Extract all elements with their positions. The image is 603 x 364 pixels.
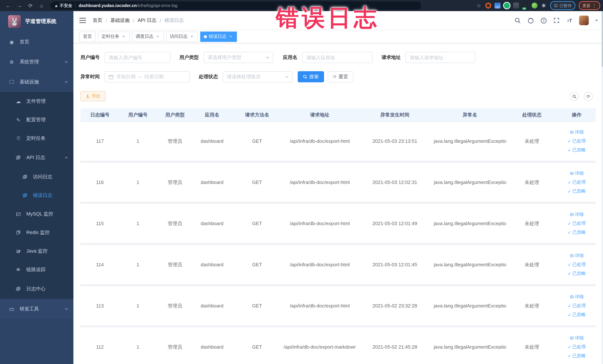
search-icon[interactable] — [514, 17, 521, 24]
paused-extension-chip[interactable]: 😊 已暂停 — [550, 1, 575, 10]
grid-extension-icon[interactable] — [513, 3, 519, 9]
user-id-input[interactable] — [104, 52, 171, 63]
avatar-caret-icon[interactable] — [595, 20, 598, 21]
process-status-select[interactable]: 请选择处理状态 — [223, 71, 292, 82]
detail-link[interactable]: 详细 — [570, 253, 584, 259]
help-icon[interactable]: ? — [540, 17, 547, 24]
cell-app: dashboard — [194, 262, 231, 267]
reset-button[interactable]: ⟳ 重置 — [328, 71, 353, 82]
browser-menu-icon[interactable]: ⋮ — [592, 3, 596, 8]
forward-icon[interactable]: → — [16, 3, 22, 9]
back-icon[interactable]: ← — [5, 3, 11, 9]
sidebar-item-config-manage[interactable]: ✎ 配置管理 — [0, 110, 73, 129]
app-name-input[interactable] — [302, 52, 372, 63]
sidebar-item-dev-tools[interactable]: 🗃 研发工具 — [0, 299, 73, 319]
sidebar-item-redis-monitor[interactable]: 🗇 Redis 监控 — [0, 223, 73, 242]
ignored-link[interactable]: ✓已忽略 — [568, 312, 586, 318]
processed-link[interactable]: ✓已处理 — [568, 179, 586, 186]
error-time-label: 异常时间 — [81, 73, 100, 80]
processed-link[interactable]: ✓已处理 — [568, 138, 586, 144]
search-button[interactable]: 搜索 — [298, 71, 324, 82]
close-tab-icon[interactable]: × — [189, 34, 194, 39]
processed-link[interactable]: ✓已处理 — [568, 303, 586, 309]
show-search-toggle-button[interactable] — [570, 92, 579, 101]
switch-extension-icon[interactable]: on — [522, 3, 528, 9]
sidebar-item-infra[interactable]: 🖵 基础设施 — [0, 72, 73, 92]
processed-link[interactable]: ✓已处理 — [568, 261, 586, 268]
breadcrumb-current: 错误日志 — [164, 17, 184, 24]
detail-link[interactable]: 详细 — [570, 129, 584, 135]
breadcrumb-item[interactable]: 基础设施 — [110, 17, 129, 24]
sidebar-item-file-manage[interactable]: ☁ 文件管理 — [0, 92, 73, 110]
sidebar-item-java-monitor[interactable]: 🖳 Java 监控 — [0, 242, 73, 260]
tab-home[interactable]: 首页 — [79, 31, 96, 42]
cell-method: GET — [231, 138, 284, 144]
sidebar-item-api-log[interactable]: 🗊 API 日志 — [0, 148, 73, 168]
processed-link[interactable]: ✓已处理 — [568, 344, 586, 350]
sidebar-item-system[interactable]: ⚙ 系统管理 — [0, 52, 73, 72]
tab-access-log[interactable]: 访问日志× — [166, 31, 198, 42]
fullscreen-icon[interactable] — [553, 17, 560, 24]
reload-icon[interactable]: ⟳ — [27, 3, 33, 9]
sidebar-item-access-log[interactable]: 🗊 访问日志 — [0, 168, 73, 186]
sidebar-item-home[interactable]: ◉ 首页 — [0, 32, 73, 52]
close-tab-icon[interactable]: × — [228, 34, 233, 39]
vpn-extension-icon[interactable] — [494, 3, 500, 9]
collapse-sidebar-icon[interactable] — [79, 18, 86, 23]
detail-link[interactable]: 详细 — [570, 170, 584, 176]
bookmark-star-icon[interactable]: ☆ — [476, 3, 482, 9]
sidebar-logo[interactable]: 🐰 芋道管理系统 — [0, 11, 73, 32]
export-button[interactable]: 导出 — [81, 91, 106, 101]
table-row: 117 1 管理员 dashboard GET /api/infra/db-do… — [81, 122, 596, 163]
detail-link[interactable]: 详细 — [570, 294, 584, 300]
leaf-extension-icon[interactable] — [532, 3, 537, 9]
detail-link[interactable]: 详细 — [570, 335, 584, 341]
refresh-table-button[interactable]: ⟳ — [584, 92, 593, 101]
breadcrumb-item[interactable]: 首页 — [93, 17, 102, 24]
breadcrumb-item[interactable]: API 日志 — [138, 17, 156, 24]
ignored-link[interactable]: ✓已忽略 — [568, 270, 586, 277]
ignored-link[interactable]: ✓已忽略 — [568, 147, 586, 153]
adblock-extension-icon[interactable] — [485, 3, 491, 9]
sidebar-item-mysql-monitor[interactable]: 🗠 MySQL 监控 — [0, 205, 73, 223]
extensions-puzzle-icon[interactable]: ✱ — [541, 3, 547, 9]
col-status: 处理状态 — [506, 111, 557, 118]
sidebar-item-scheduled-jobs[interactable]: ⏱ 定时任务 — [0, 129, 73, 148]
error-time-range-picker[interactable]: 开始日期 ~ 结束日期 — [104, 71, 190, 82]
check-icon: ✓ — [568, 221, 571, 226]
security-warning-icon[interactable]: ▲ 不安全 — [54, 3, 72, 8]
table-row: 112 1 管理员 dashboard GET /api/infra/db-do… — [81, 328, 596, 364]
cell-user-id: 1 — [119, 138, 156, 144]
request-url-input[interactable] — [406, 52, 475, 63]
sidebar-item-log-center[interactable]: 🗊 日志中心 — [0, 279, 73, 299]
tab-schedule-log[interactable]: 调度日志× — [132, 31, 164, 42]
close-tab-icon[interactable]: × — [121, 34, 126, 39]
sidebar-item-label: 系统管理 — [20, 59, 39, 65]
github-icon[interactable] — [527, 17, 534, 24]
cell-status: 未处理 — [506, 344, 557, 350]
font-size-icon[interactable]: TT — [566, 17, 573, 24]
tab-error-log[interactable]: 错误日志× — [200, 31, 237, 42]
cell-log-id: 113 — [81, 303, 119, 309]
user-avatar[interactable] — [579, 16, 589, 25]
processed-link[interactable]: ✓已处理 — [568, 220, 586, 227]
calendar-icon — [109, 74, 114, 79]
ignored-link[interactable]: ✓已忽略 — [568, 229, 586, 235]
table-settings: ⟳ — [570, 92, 593, 101]
user-type-select[interactable]: 请选择用户类型 — [204, 52, 273, 63]
page-scrollbar-thumb[interactable] — [602, 11, 603, 67]
sidebar-item-trace[interactable]: 👁 链路追踪 — [0, 260, 73, 279]
cell-log-id: 116 — [81, 179, 119, 185]
cell-user-id: 1 — [119, 303, 156, 309]
tab-scheduled-jobs[interactable]: 定时任务× — [98, 31, 130, 42]
search-icon — [572, 94, 576, 98]
green-v-extension-icon[interactable] — [504, 3, 510, 9]
home-icon[interactable]: ⌂ — [39, 3, 45, 9]
sidebar-item-error-log[interactable]: 🗊 错误日志 — [0, 186, 73, 205]
ignored-link[interactable]: ✓已忽略 — [568, 353, 586, 359]
detail-link[interactable]: 详细 — [570, 211, 584, 218]
check-icon: ✓ — [568, 180, 571, 185]
ignored-link[interactable]: ✓已忽略 — [568, 188, 586, 194]
close-tab-icon[interactable]: × — [155, 34, 160, 39]
update-browser-button[interactable]: 更新 ⋮ — [579, 1, 600, 10]
